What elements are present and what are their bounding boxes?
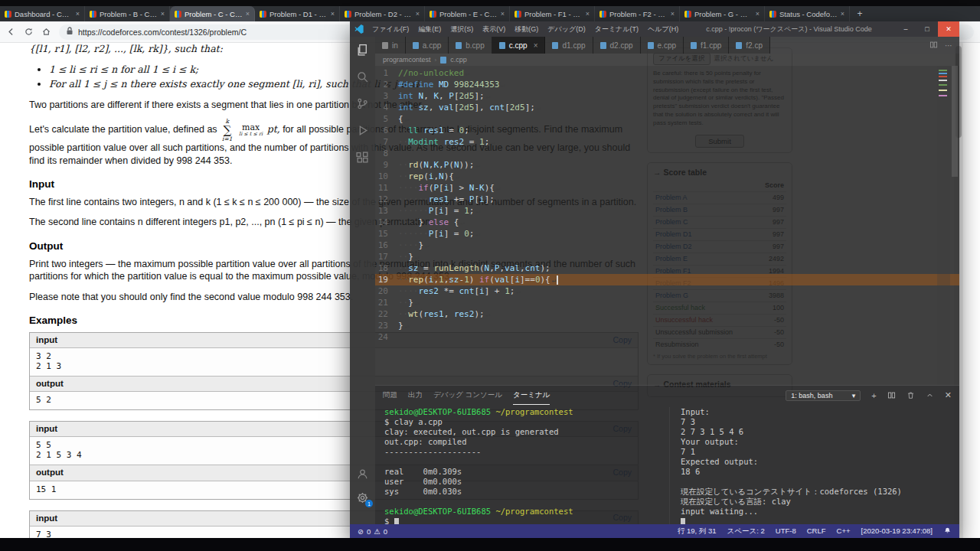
menu-item[interactable]: 編集(E) — [413, 24, 446, 34]
code-line[interactable]: 14····} else {↵ — [375, 217, 959, 228]
browser-tab[interactable]: Problem - F1 - Cod× — [510, 6, 595, 21]
code-editor[interactable]: 1//no-unlocked↵2#define MD 998244353↵3in… — [375, 66, 959, 385]
terminal-bash[interactable]: sekido@DESKTOP-6UIB685 ~/programcontest$… — [384, 407, 669, 524]
terminal-area[interactable]: sekido@DESKTOP-6UIB685 ~/programcontest$… — [375, 405, 959, 524]
browser-tab[interactable]: Status - Codeforce× — [765, 6, 850, 21]
close-button[interactable]: ✕ — [938, 21, 959, 37]
menu-item[interactable]: ファイル(F) — [368, 24, 413, 34]
editor-tab[interactable]: d2.cpp — [593, 37, 641, 54]
editor-tab[interactable]: d1.cpp — [545, 37, 593, 54]
search-icon[interactable] — [356, 70, 369, 83]
code-line[interactable]: 23}↵ — [375, 320, 959, 331]
code-line[interactable]: 20····res2 *= cnt[i] + 1;↵ — [375, 285, 959, 297]
browser-tab[interactable]: Problem - D2 - Cod× — [340, 6, 425, 21]
code-line[interactable]: 2#define MD 998244353↵ — [375, 79, 959, 90]
maximize-button[interactable]: □ — [916, 21, 938, 37]
editor-tab[interactable]: f1.cpp — [684, 37, 729, 54]
breadcrumb[interactable]: programcontest›c.cpp — [375, 54, 959, 66]
code-line[interactable]: 10··rep(i,N){↵ — [375, 171, 959, 182]
explorer-icon[interactable] — [356, 44, 369, 57]
editor-tab[interactable]: b.cpp — [449, 37, 492, 54]
maximize-panel-icon[interactable] — [926, 391, 934, 399]
status-language[interactable]: C++ — [837, 527, 851, 536]
back-button[interactable] — [6, 27, 16, 37]
browser-tab[interactable]: Problem - D1 - Cod× — [255, 6, 340, 21]
breadcrumb-item[interactable]: programcontest — [383, 56, 431, 64]
tab-close-icon[interactable]: × — [671, 10, 675, 18]
code-line[interactable]: 16····}↵ — [375, 240, 959, 251]
settings-gear-icon[interactable]: 1 — [356, 491, 369, 504]
code-line[interactable]: 24 — [375, 331, 959, 343]
panel-tab[interactable]: 問題 — [383, 386, 397, 405]
close-panel-icon[interactable]: ✕ — [945, 390, 952, 400]
editor-tab[interactable]: f2.cp — [729, 37, 770, 54]
browser-tab[interactable]: Problem - B - Code× — [85, 6, 170, 21]
menu-item[interactable]: ヘルプ(H) — [643, 24, 683, 34]
extensions-icon[interactable] — [356, 151, 369, 164]
tab-close-icon[interactable]: × — [534, 41, 538, 50]
tab-close-icon[interactable]: × — [586, 10, 590, 18]
code-line[interactable]: 21··}↵ — [375, 297, 959, 308]
menu-item[interactable]: デバッグ(D) — [543, 24, 590, 34]
home-button[interactable] — [41, 27, 51, 37]
bell-icon[interactable] — [943, 527, 952, 536]
source-control-icon[interactable] — [356, 97, 369, 110]
more-actions-icon[interactable]: ⋯ — [945, 41, 952, 50]
menu-item[interactable]: 選択(S) — [446, 24, 478, 34]
code-line[interactable]: 3int N, K, P[2d5];↵ — [375, 90, 959, 102]
editor-scrollbar-thumb[interactable] — [952, 66, 958, 177]
code-line[interactable]: 22··wt(res1, res2);↵ — [375, 308, 959, 320]
menu-item[interactable]: 移動(G) — [510, 24, 543, 34]
status-indentation[interactable]: スペース: 2 — [727, 527, 765, 536]
code-line[interactable]: 19··rep(i,1,sz-1) if(val[i]==0){↵ — [375, 274, 959, 285]
breadcrumb-item[interactable]: c.cpp — [450, 56, 467, 64]
code-line[interactable]: 4int sz, val[2d5], cnt[2d5];↵ — [375, 102, 959, 113]
code-line[interactable]: 6··ll res1 = 0;↵ — [375, 125, 959, 136]
panel-tab[interactable]: 出力 — [408, 386, 423, 405]
menu-item[interactable]: 表示(V) — [478, 24, 510, 34]
editor-tab[interactable]: in — [375, 37, 406, 54]
problems-summary[interactable]: ⊘ 0 ⚠ 0 — [358, 527, 387, 536]
tab-close-icon[interactable]: × — [416, 10, 420, 18]
code-line[interactable]: 9··rd(N,K,P(N));↵ — [375, 159, 959, 171]
tab-close-icon[interactable]: × — [246, 10, 250, 18]
panel-tab[interactable]: デバッグ コンソール — [433, 386, 502, 405]
editor-tab[interactable]: c.cpp× — [492, 37, 546, 54]
account-icon[interactable] — [356, 468, 369, 481]
code-line[interactable]: 1//no-unlocked↵ — [375, 67, 959, 79]
status-cursor-position[interactable]: 行 19, 列 31 — [678, 527, 717, 536]
status-eol[interactable]: CRLF — [807, 527, 826, 536]
tab-close-icon[interactable]: × — [841, 10, 844, 18]
minimize-button[interactable]: – — [895, 21, 916, 37]
browser-tab[interactable]: Problem - F2 - Cod× — [595, 6, 680, 21]
code-line[interactable]: 13······P[i] = 1;↵ — [375, 205, 959, 217]
code-line[interactable]: 8 — [375, 148, 959, 159]
split-editor-icon[interactable] — [929, 41, 938, 51]
code-line[interactable]: 7··Modint res2 = 1;↵ — [375, 136, 959, 148]
minimap[interactable] — [937, 66, 950, 385]
browser-tab[interactable]: Problem - G - Code× — [680, 6, 765, 21]
code-line[interactable]: 15······P[i] = 0;↵ — [375, 228, 959, 240]
tab-close-icon[interactable]: × — [756, 10, 760, 18]
browser-tab[interactable]: Dashboard - Codef× — [0, 6, 85, 21]
code-line[interactable]: 5{↵ — [375, 113, 959, 125]
editor-scrollbar[interactable] — [950, 66, 959, 385]
browser-tab[interactable]: Problem - C - Code× — [170, 6, 255, 21]
split-terminal-icon[interactable] — [887, 391, 896, 399]
terminal-picker[interactable]: 1: bash, bash ▾ — [786, 390, 861, 401]
status-encoding[interactable]: UTF-8 — [776, 527, 796, 536]
terminal-judge[interactable]: Input:7 32 7 3 1 5 4 6Your output:7 1Exp… — [669, 407, 959, 524]
browser-tab[interactable]: Problem - E - Codef× — [425, 6, 510, 21]
editor-tab[interactable]: e.cpp — [641, 37, 684, 54]
new-terminal-icon[interactable]: + — [871, 391, 876, 400]
code-line[interactable]: 12······res1 += P[i];↵ — [375, 194, 959, 205]
menu-item[interactable]: ターミナル(T) — [590, 24, 643, 34]
code-line[interactable]: 18··sz = runLength(N,P,val,cnt);↵ — [375, 262, 959, 274]
debug-icon[interactable] — [356, 124, 369, 137]
tab-close-icon[interactable]: × — [161, 10, 165, 18]
new-tab-button[interactable]: + — [850, 6, 870, 21]
tab-close-icon[interactable]: × — [76, 10, 80, 18]
vscode-titlebar[interactable]: ファイル(F)編集(E)選択(S)表示(V)移動(G)デバッグ(D)ターミナル(… — [350, 21, 959, 37]
editor-tab[interactable]: a.cpp — [406, 37, 449, 54]
panel-tab[interactable]: ターミナル — [513, 386, 550, 405]
